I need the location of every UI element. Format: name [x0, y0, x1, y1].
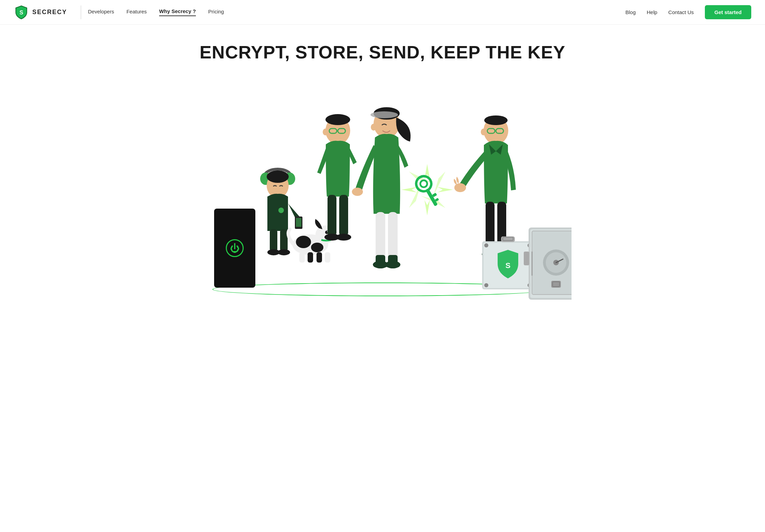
illustration-area: ⏻ — [193, 73, 572, 307]
svg-marker-52 — [409, 184, 421, 208]
svg-marker-50 — [433, 171, 445, 196]
svg-rect-90 — [524, 252, 529, 265]
svg-rect-21 — [299, 252, 305, 263]
hero-section: ENCRYPT, STORE, SEND, KEEP THE KEY ⏻ — [0, 25, 765, 307]
svg-point-11 — [278, 249, 290, 255]
nav-features[interactable]: Features — [126, 9, 147, 16]
svg-marker-49 — [401, 187, 417, 192]
logo-shield-icon: S — [14, 5, 29, 20]
navbar: S SECRECY Developers Features Why Secrec… — [0, 0, 765, 25]
svg-rect-32 — [339, 195, 348, 236]
nav-divider — [81, 5, 81, 19]
nav-developers[interactable]: Developers — [88, 9, 114, 16]
svg-point-5 — [267, 170, 289, 183]
nav-pricing[interactable]: Pricing — [208, 9, 224, 16]
svg-point-12 — [278, 208, 284, 213]
svg-text:S: S — [506, 261, 511, 270]
nav-links: Developers Features Why Secrecy ? Pricin… — [88, 8, 625, 16]
svg-rect-23 — [317, 252, 322, 263]
svg-rect-44 — [388, 255, 398, 266]
svg-marker-48 — [424, 200, 430, 215]
svg-rect-8 — [270, 229, 277, 252]
nav-right: Blog Help Contact Us Get started — [625, 5, 751, 19]
svg-point-30 — [323, 129, 328, 135]
svg-point-45 — [352, 188, 363, 196]
svg-rect-42 — [376, 255, 385, 266]
svg-text:S: S — [20, 10, 23, 15]
svg-rect-24 — [325, 252, 330, 263]
svg-point-26 — [325, 114, 350, 125]
svg-point-15 — [311, 243, 323, 252]
svg-rect-22 — [308, 252, 313, 263]
hero-title: ENCRYPT, STORE, SEND, KEEP THE KEY — [7, 42, 758, 63]
svg-point-76 — [484, 283, 488, 287]
nav-contact[interactable]: Contact Us — [668, 9, 694, 15]
svg-point-60 — [484, 115, 508, 125]
svg-rect-7 — [296, 218, 301, 227]
nav-help[interactable]: Help — [647, 9, 657, 15]
svg-rect-56 — [425, 188, 438, 207]
svg-point-37 — [370, 111, 398, 118]
svg-point-38 — [371, 124, 376, 131]
characters-svg: S — [193, 73, 572, 307]
svg-point-14 — [296, 236, 311, 248]
svg-rect-9 — [280, 229, 288, 252]
get-started-button[interactable]: Get started — [705, 5, 751, 19]
svg-rect-31 — [328, 195, 336, 236]
svg-marker-47 — [437, 187, 453, 192]
svg-point-64 — [481, 129, 486, 135]
nav-why-secrecy[interactable]: Why Secrecy ? — [159, 8, 196, 16]
logo[interactable]: S SECRECY — [14, 5, 67, 20]
svg-point-34 — [336, 234, 351, 241]
logo-text: SECRECY — [32, 9, 67, 16]
nav-blog[interactable]: Blog — [625, 9, 636, 15]
svg-point-74 — [484, 243, 488, 247]
